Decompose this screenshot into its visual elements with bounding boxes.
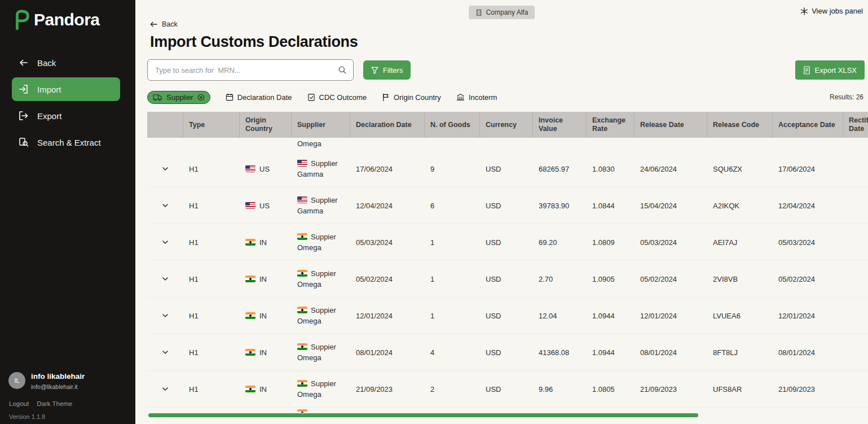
column-header-release-date: Release Date: [635, 112, 707, 138]
pandora-logo: Pandora: [0, 0, 135, 35]
sidebar-item-label: Back: [37, 58, 56, 68]
sidebar-item-import[interactable]: Import: [12, 77, 120, 101]
export-icon: [19, 111, 29, 121]
cell-release_date: 05/03/2024: [635, 237, 707, 248]
cell-supplier: Suppier Omega: [292, 378, 350, 400]
cell-supplier: Suppier Omega: [292, 268, 350, 290]
cell-declaration_date: 08/01/2024: [350, 347, 425, 358]
cell-currency: USD: [480, 237, 533, 248]
column-header-currency: Currency: [480, 112, 533, 138]
row-type: H1: [189, 348, 199, 357]
table-row[interactable]: H1 US Supplier Gamma 12/04/2024 6 USD 39…: [147, 187, 868, 224]
declarations-table: Type Origin Country Supplier Declaration…: [147, 112, 868, 413]
cell-goods: 2: [425, 384, 480, 395]
filter-chip-declaration-date[interactable]: Declaration Date: [226, 93, 292, 102]
export-xlsx-button[interactable]: Export XLSX: [795, 60, 865, 80]
chip-label: Declaration Date: [237, 93, 292, 102]
chip-label: Origin Country: [394, 93, 441, 102]
search-icon[interactable]: [338, 65, 347, 75]
user-email: info@likablehair.it: [31, 383, 85, 390]
cell-exchange_rate: 1.0844: [587, 200, 635, 211]
table-row[interactable]: H1 US Supplier Gamma 17/06/2024 9 USD 68…: [147, 151, 868, 187]
flag-us-icon: [297, 160, 307, 167]
expand-row-chevron-icon[interactable]: [161, 348, 169, 356]
view-jobs-panel-link[interactable]: View jobs panel: [800, 7, 863, 15]
cell-invoice_value: 9.96: [533, 384, 587, 395]
expand-row-chevron-icon[interactable]: [161, 312, 169, 320]
flag-in-icon: [245, 312, 255, 319]
filters-button[interactable]: Filters: [363, 60, 411, 80]
cell-release_date: 12/01/2024: [635, 311, 707, 321]
sidebar-item-back[interactable]: Back: [12, 51, 120, 75]
main-content: Company Alfa View jobs panel Back Import…: [135, 0, 868, 424]
flag-in-icon: [297, 409, 307, 413]
company-name: Company Alfa: [486, 8, 528, 16]
expand-row-chevron-icon[interactable]: [161, 165, 169, 173]
table-row[interactable]: H1 IN Suppier Omega 05/02/2024 1 USD 2.7…: [147, 261, 868, 298]
flag-us-icon: [245, 202, 255, 209]
pandora-logo-icon: [12, 9, 30, 30]
expand-row-chevron-icon[interactable]: [161, 238, 169, 246]
chip-label: Incoterm: [469, 93, 497, 102]
company-selector-button[interactable]: Company Alfa: [469, 6, 535, 19]
cell-declaration_date: 12/01/2024: [350, 311, 425, 321]
cell-supplier: Suppier Omega: [292, 231, 350, 253]
cell-goods: 6: [425, 200, 480, 211]
cell-goods: 9: [425, 164, 480, 174]
table-row[interactable]: H1 IN Suppier Omega 21/09/2023 2 USD 9.9…: [147, 371, 868, 408]
search-input[interactable]: [154, 65, 338, 75]
remove-filter-icon[interactable]: [197, 94, 205, 101]
arrow-left-icon: [19, 58, 29, 68]
table-row[interactable]: H1 IN Suppier Omega 12/01/2024 1 USD 12.…: [147, 298, 868, 334]
row-type: H1: [189, 385, 199, 394]
expand-row-chevron-icon[interactable]: [161, 385, 169, 393]
cell-acceptance_date: 05/03/2024: [773, 237, 843, 248]
table-row-partial-bottom[interactable]: [147, 408, 868, 413]
cell-goods: 1: [425, 311, 480, 321]
horizontal-scrollbar[interactable]: [148, 413, 698, 417]
sidebar-item-search-extract[interactable]: Search & Extract: [12, 130, 120, 154]
table-row[interactable]: H1 IN Suppier Omega 05/03/2024 1 USD 69.…: [147, 224, 868, 261]
cell-release_code: AEI7AJ: [707, 237, 773, 248]
flag-in-icon: [297, 270, 307, 277]
cell-supplier: Suppier Omega: [292, 342, 350, 363]
cell-currency: USD: [480, 347, 533, 358]
filter-chip-origin-country[interactable]: Origin Country: [382, 93, 441, 102]
cell-exchange_rate: 1.0809: [587, 237, 635, 248]
filter-chip-incoterm[interactable]: Incoterm: [456, 93, 497, 102]
flag-in-icon: [297, 343, 307, 350]
cell-invoice_value: 41368.08: [533, 347, 587, 358]
dark-theme-toggle[interactable]: Dark Theme: [37, 400, 72, 407]
filter-chip-cdc-outcome[interactable]: CDC Outcome: [307, 93, 367, 102]
cell-release_code: A2IKQK: [707, 200, 773, 211]
origin-code: US: [259, 164, 270, 174]
table-row[interactable]: H1 IN Suppier Omega 08/01/2024 4 USD 413…: [147, 334, 868, 371]
origin-code: IN: [259, 347, 267, 358]
sidebar-item-export[interactable]: Export: [12, 104, 120, 128]
cell-release_code: 8FT8LJ: [707, 347, 773, 358]
cell-currency: USD: [480, 274, 533, 285]
back-link[interactable]: Back: [150, 20, 178, 28]
sidebar: Pandora Back Import Export Search & Extr…: [0, 0, 135, 424]
cell-exchange_rate: 1.0944: [587, 347, 635, 358]
cell-acceptance_date: 08/01/2024: [773, 347, 843, 358]
column-header-rectif-date: Rectif Date: [843, 112, 868, 138]
bank-icon: [456, 93, 465, 101]
expand-row-chevron-icon[interactable]: [161, 202, 169, 209]
filter-chip-supplier[interactable]: Supplier: [147, 91, 210, 104]
cell-declaration_date: 12/04/2024: [350, 200, 425, 211]
table-row-partial-top[interactable]: Omega: [147, 138, 868, 151]
cell-release_code: UFS8AR: [707, 384, 773, 395]
cell-supplier: Supplier Gamma: [292, 158, 350, 180]
column-header-n-of-goods: N. of Goods: [425, 112, 480, 138]
search-extract-icon: [19, 137, 29, 147]
cell-goods: 4: [425, 347, 480, 358]
export-file-icon: [803, 66, 810, 75]
results-count: Results: 26: [830, 93, 863, 101]
origin-code: IN: [259, 274, 267, 285]
column-header-exchange-rate: Exchange Rate: [587, 112, 635, 138]
logout-link[interactable]: Logout: [9, 400, 29, 407]
cell-release_date: 15/04/2024: [635, 200, 707, 211]
expand-row-chevron-icon[interactable]: [161, 275, 169, 283]
sidebar-item-label: Export: [37, 111, 61, 121]
